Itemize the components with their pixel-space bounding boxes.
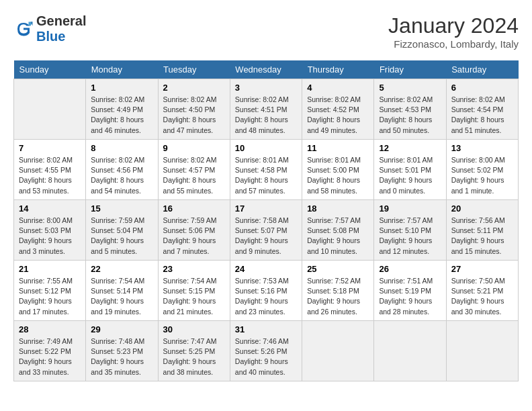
- day-info: Sunrise: 7:49 AM Sunset: 5:22 PM Dayligh…: [19, 336, 81, 377]
- day-number: 22: [91, 264, 152, 274]
- day-info: Sunrise: 7:54 AM Sunset: 5:15 PM Dayligh…: [163, 276, 225, 317]
- calendar-cell: 6Sunrise: 8:02 AM Sunset: 4:54 PM Daylig…: [446, 79, 518, 140]
- day-info: Sunrise: 7:56 AM Sunset: 5:11 PM Dayligh…: [451, 216, 513, 257]
- calendar-cell: 30Sunrise: 7:47 AM Sunset: 5:25 PM Dayli…: [158, 321, 230, 381]
- day-info: Sunrise: 7:47 AM Sunset: 5:25 PM Dayligh…: [163, 336, 225, 377]
- calendar-table: SundayMondayTuesdayWednesdayThursdayFrid…: [13, 60, 519, 381]
- day-number: 16: [163, 203, 225, 214]
- day-number: 7: [19, 143, 81, 153]
- day-number: 13: [451, 143, 513, 153]
- calendar-cell: 31Sunrise: 7:46 AM Sunset: 5:26 PM Dayli…: [230, 321, 302, 381]
- calendar-cell: [374, 321, 446, 381]
- day-info: Sunrise: 8:00 AM Sunset: 5:02 PM Dayligh…: [451, 155, 513, 196]
- weekday-header-thursday: Thursday: [302, 60, 374, 79]
- day-number: 2: [163, 83, 225, 93]
- day-info: Sunrise: 7:55 AM Sunset: 5:12 PM Dayligh…: [19, 276, 81, 317]
- day-info: Sunrise: 7:59 AM Sunset: 5:04 PM Dayligh…: [91, 216, 152, 257]
- calendar-cell: 29Sunrise: 7:48 AM Sunset: 5:23 PM Dayli…: [86, 321, 158, 381]
- day-info: Sunrise: 7:50 AM Sunset: 5:21 PM Dayligh…: [451, 276, 513, 317]
- day-number: 25: [307, 264, 369, 274]
- day-number: 14: [19, 203, 81, 214]
- day-number: 30: [163, 324, 225, 334]
- weekday-header-sunday: Sunday: [14, 60, 86, 79]
- day-number: 31: [235, 324, 297, 334]
- day-number: 18: [307, 203, 369, 214]
- calendar-cell: 9Sunrise: 8:02 AM Sunset: 4:57 PM Daylig…: [158, 140, 230, 200]
- calendar-cell: 10Sunrise: 8:01 AM Sunset: 4:58 PM Dayli…: [230, 140, 302, 200]
- calendar-week-row: 7Sunrise: 8:02 AM Sunset: 4:55 PM Daylig…: [14, 140, 519, 200]
- calendar-cell: 18Sunrise: 7:57 AM Sunset: 5:08 PM Dayli…: [302, 200, 374, 261]
- day-info: Sunrise: 7:52 AM Sunset: 5:18 PM Dayligh…: [307, 276, 369, 317]
- calendar-cell: 19Sunrise: 7:57 AM Sunset: 5:10 PM Dayli…: [374, 200, 446, 261]
- day-number: 21: [19, 264, 81, 274]
- logo-icon: [13, 19, 34, 39]
- day-info: Sunrise: 8:02 AM Sunset: 4:53 PM Dayligh…: [379, 95, 441, 136]
- day-info: Sunrise: 7:59 AM Sunset: 5:06 PM Dayligh…: [163, 216, 225, 257]
- calendar-cell: 15Sunrise: 7:59 AM Sunset: 5:04 PM Dayli…: [86, 200, 158, 261]
- day-info: Sunrise: 8:02 AM Sunset: 4:56 PM Dayligh…: [91, 155, 152, 196]
- day-number: 5: [379, 83, 441, 93]
- weekday-header-wednesday: Wednesday: [230, 60, 302, 79]
- calendar-week-row: 28Sunrise: 7:49 AM Sunset: 5:22 PM Dayli…: [14, 321, 519, 381]
- day-number: 6: [451, 83, 513, 93]
- day-number: 29: [91, 324, 152, 334]
- day-number: 17: [235, 203, 297, 214]
- calendar-cell: 28Sunrise: 7:49 AM Sunset: 5:22 PM Dayli…: [14, 321, 86, 381]
- calendar-cell: 23Sunrise: 7:54 AM Sunset: 5:15 PM Dayli…: [158, 261, 230, 321]
- calendar-cell: 8Sunrise: 8:02 AM Sunset: 4:56 PM Daylig…: [86, 140, 158, 200]
- day-info: Sunrise: 8:00 AM Sunset: 5:03 PM Dayligh…: [19, 216, 81, 257]
- calendar-week-row: 14Sunrise: 8:00 AM Sunset: 5:03 PM Dayli…: [14, 200, 519, 261]
- title-block: January 2024 Fizzonasco, Lombardy, Italy: [388, 13, 519, 50]
- weekday-header-saturday: Saturday: [446, 60, 518, 79]
- day-number: 20: [451, 203, 513, 214]
- day-number: 8: [91, 143, 152, 153]
- calendar-cell: 1Sunrise: 8:02 AM Sunset: 4:49 PM Daylig…: [86, 79, 158, 140]
- calendar-cell: 2Sunrise: 8:02 AM Sunset: 4:50 PM Daylig…: [158, 79, 230, 140]
- calendar-cell: 4Sunrise: 8:02 AM Sunset: 4:52 PM Daylig…: [302, 79, 374, 140]
- day-info: Sunrise: 8:01 AM Sunset: 4:58 PM Dayligh…: [235, 155, 297, 196]
- day-info: Sunrise: 8:02 AM Sunset: 4:57 PM Dayligh…: [163, 155, 225, 196]
- day-info: Sunrise: 8:02 AM Sunset: 4:55 PM Dayligh…: [19, 155, 81, 196]
- day-number: 24: [235, 264, 297, 274]
- logo: General Blue: [13, 13, 86, 44]
- calendar-cell: 14Sunrise: 8:00 AM Sunset: 5:03 PM Dayli…: [14, 200, 86, 261]
- day-number: 28: [19, 324, 81, 334]
- calendar-cell: 5Sunrise: 8:02 AM Sunset: 4:53 PM Daylig…: [374, 79, 446, 140]
- calendar-cell: 21Sunrise: 7:55 AM Sunset: 5:12 PM Dayli…: [14, 261, 86, 321]
- calendar-cell: 22Sunrise: 7:54 AM Sunset: 5:14 PM Dayli…: [86, 261, 158, 321]
- day-number: 3: [235, 83, 297, 93]
- weekday-header-row: SundayMondayTuesdayWednesdayThursdayFrid…: [14, 60, 519, 79]
- calendar-cell: 17Sunrise: 7:58 AM Sunset: 5:07 PM Dayli…: [230, 200, 302, 261]
- calendar-cell: 25Sunrise: 7:52 AM Sunset: 5:18 PM Dayli…: [302, 261, 374, 321]
- day-number: 1: [91, 83, 152, 93]
- day-info: Sunrise: 7:57 AM Sunset: 5:08 PM Dayligh…: [307, 216, 369, 257]
- day-info: Sunrise: 7:51 AM Sunset: 5:19 PM Dayligh…: [379, 276, 441, 317]
- day-info: Sunrise: 7:57 AM Sunset: 5:10 PM Dayligh…: [379, 216, 441, 257]
- month-title: January 2024: [388, 13, 519, 38]
- calendar-cell: 24Sunrise: 7:53 AM Sunset: 5:16 PM Dayli…: [230, 261, 302, 321]
- logo-text: General Blue: [36, 13, 86, 44]
- day-number: 12: [379, 143, 441, 153]
- day-number: 10: [235, 143, 297, 153]
- calendar-cell: [302, 321, 374, 381]
- weekday-header-tuesday: Tuesday: [158, 60, 230, 79]
- calendar-cell: 3Sunrise: 8:02 AM Sunset: 4:51 PM Daylig…: [230, 79, 302, 140]
- calendar-cell: 13Sunrise: 8:00 AM Sunset: 5:02 PM Dayli…: [446, 140, 518, 200]
- calendar-cell: 26Sunrise: 7:51 AM Sunset: 5:19 PM Dayli…: [374, 261, 446, 321]
- day-info: Sunrise: 8:02 AM Sunset: 4:49 PM Dayligh…: [91, 95, 152, 136]
- day-number: 9: [163, 143, 225, 153]
- day-info: Sunrise: 7:54 AM Sunset: 5:14 PM Dayligh…: [91, 276, 152, 317]
- calendar-cell: 20Sunrise: 7:56 AM Sunset: 5:11 PM Dayli…: [446, 200, 518, 261]
- calendar-cell: 27Sunrise: 7:50 AM Sunset: 5:21 PM Dayli…: [446, 261, 518, 321]
- day-number: 19: [379, 203, 441, 214]
- day-number: 15: [91, 203, 152, 214]
- day-info: Sunrise: 8:02 AM Sunset: 4:51 PM Dayligh…: [235, 95, 297, 136]
- location: Fizzonasco, Lombardy, Italy: [388, 38, 519, 50]
- day-number: 23: [163, 264, 225, 274]
- day-info: Sunrise: 8:01 AM Sunset: 5:00 PM Dayligh…: [307, 155, 369, 196]
- day-info: Sunrise: 7:48 AM Sunset: 5:23 PM Dayligh…: [91, 336, 152, 377]
- day-info: Sunrise: 8:02 AM Sunset: 4:50 PM Dayligh…: [163, 95, 225, 136]
- day-number: 11: [307, 143, 369, 153]
- calendar-week-row: 21Sunrise: 7:55 AM Sunset: 5:12 PM Dayli…: [14, 261, 519, 321]
- day-info: Sunrise: 7:58 AM Sunset: 5:07 PM Dayligh…: [235, 216, 297, 257]
